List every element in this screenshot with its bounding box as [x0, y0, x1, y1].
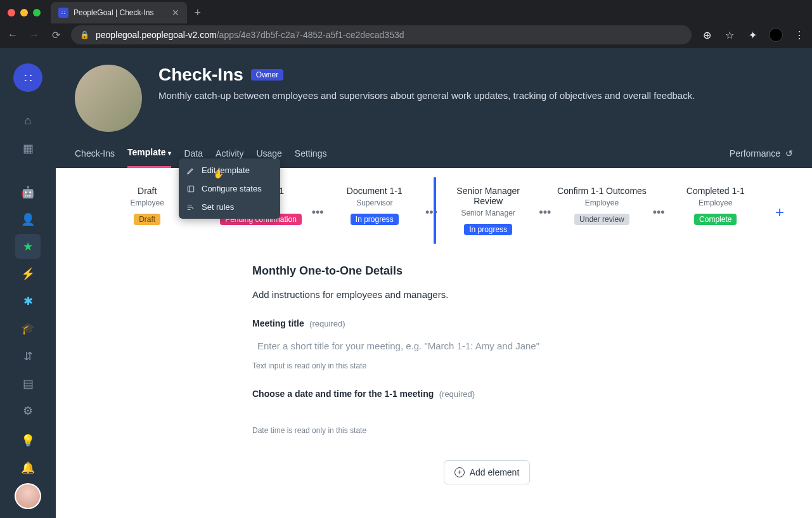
date-label: Choose a date and time for the 1-1 meeti…	[252, 389, 434, 399]
url-path: /apps/4e37db5f-c2a7-4852-a5f1-ce2decad35…	[217, 30, 404, 40]
tab-template[interactable]: Template▾	[127, 147, 171, 168]
state-card[interactable]: Confirm 1-1 OutcomesEmployeeUnder review	[555, 186, 648, 225]
tab-settings[interactable]: Settings	[295, 148, 327, 167]
sidebar-user-edit-icon[interactable]: 👤	[15, 207, 41, 231]
state-role: Supervisor	[356, 198, 392, 207]
state-status-badge: In progress	[351, 214, 399, 225]
address-bar[interactable]: 🔒 peoplegoal.peoplegoal-v2.com/apps/4e37…	[71, 25, 692, 44]
tab-title: PeopleGoal | Check-Ins	[74, 8, 154, 17]
browser-menu-icon[interactable]: ⋮	[793, 29, 806, 41]
form-instructions: Add instructions for employees and manag…	[252, 289, 721, 300]
sidebar-bolt-icon[interactable]: ⚡	[15, 261, 41, 286]
state-more-icon[interactable]: •••	[538, 206, 552, 219]
state-status-badge: Complete	[694, 214, 737, 225]
svg-rect-0	[188, 186, 193, 191]
edit-icon	[186, 166, 195, 175]
app-logo[interactable]: ∷	[13, 63, 42, 92]
state-role: Employee	[585, 198, 619, 207]
state-title: Completed 1-1	[686, 186, 745, 196]
breadcrumb-performance[interactable]: Performance	[730, 148, 780, 159]
sidebar-avatar[interactable]	[15, 483, 41, 509]
meeting-title-label: Meeting title	[252, 318, 304, 328]
dropdown-item-label: Edit template	[202, 165, 250, 175]
tab-bar: Check-Ins Template▾ Data Activity Usage …	[56, 134, 812, 168]
state-card[interactable]: Document 1-1SupervisorIn progress	[328, 186, 422, 225]
state-card[interactable]: Senior Manager ReviewSenior ManagerIn pr…	[441, 186, 535, 235]
state-card[interactable]: Completed 1-1EmployeeComplete	[669, 186, 763, 225]
window-controls[interactable]	[8, 9, 41, 16]
state-more-icon[interactable]: •••	[652, 206, 666, 219]
close-tab-icon[interactable]: ✕	[172, 8, 179, 18]
dropdown-set-rules[interactable]: Set rules	[179, 198, 280, 216]
dropdown-edit-template[interactable]: Edit template	[179, 161, 280, 179]
sidebar-star-icon[interactable]: ★	[15, 234, 41, 259]
sidebar-chart-icon[interactable]: ⇵	[15, 344, 41, 368]
required-label: (required)	[309, 319, 345, 328]
add-element-button[interactable]: + Add element	[444, 460, 530, 484]
reload-button[interactable]: ⟳	[49, 29, 62, 41]
add-element-label: Add element	[470, 467, 520, 477]
sidebar-robot-icon[interactable]: 🤖	[15, 179, 41, 204]
form-section-title: Monthly One-to-One Details	[252, 264, 721, 278]
minimize-window-icon[interactable]	[20, 9, 28, 16]
back-button[interactable]: ←	[6, 29, 19, 41]
state-role: Employee	[131, 198, 164, 207]
new-tab-button[interactable]: +	[195, 6, 202, 20]
forward-button[interactable]: →	[28, 29, 41, 41]
required-label: (required)	[439, 389, 475, 399]
template-dropdown: Edit template Configure states Set rules	[179, 159, 280, 219]
dropdown-item-label: Set rules	[202, 202, 234, 212]
extensions-icon[interactable]: ✦	[746, 29, 759, 41]
maximize-window-icon[interactable]	[33, 9, 41, 16]
page-subtitle: Monthly catch-up between employees and s…	[158, 90, 695, 101]
sidebar-dashboard-icon[interactable]: ▦	[15, 136, 41, 160]
sidebar-cap-icon[interactable]: 🎓	[15, 316, 41, 341]
sidebar: ∷ ⌂ ▦ 🤖 👤 ★ ⚡ ✱ 🎓 ⇵ ▤ ⚙ 💡 🔔	[0, 48, 56, 518]
sidebar-table-icon[interactable]: ▤	[15, 371, 41, 396]
sidebar-home-icon[interactable]: ⌂	[15, 108, 41, 133]
browser-profile-button[interactable]	[769, 28, 783, 42]
state-role: Employee	[699, 198, 732, 207]
owner-badge: Owner	[251, 69, 283, 81]
state-role: Senior Manager	[461, 209, 515, 217]
bookmark-icon[interactable]: ☆	[723, 29, 736, 41]
dropdown-item-label: Configure states	[202, 184, 262, 193]
lock-icon: 🔒	[80, 30, 89, 39]
sidebar-settings-icon[interactable]: ⚙	[15, 398, 41, 423]
state-more-icon[interactable]: •••	[424, 206, 439, 219]
chevron-down-icon: ▾	[168, 150, 171, 157]
page-title: Check-Ins	[158, 65, 243, 85]
browser-tab[interactable]: ∷ PeopleGoal | Check-Ins ✕	[51, 2, 187, 23]
tab-checkins[interactable]: Check-Ins	[75, 148, 115, 167]
zoom-icon[interactable]: ⊕	[700, 29, 713, 41]
state-status-badge: In progress	[464, 224, 512, 235]
configure-icon	[186, 185, 195, 193]
app-header-image	[75, 65, 142, 132]
close-window-icon[interactable]	[8, 9, 15, 16]
tab-template-label: Template	[127, 147, 165, 157]
date-hint: Date time is read only in this state	[252, 426, 721, 435]
sidebar-asterisk-icon[interactable]: ✱	[15, 289, 41, 314]
state-status-badge: Under review	[574, 214, 629, 225]
state-title: Confirm 1-1 Outcomes	[557, 186, 647, 196]
add-state-button[interactable]: +	[775, 204, 784, 221]
state-title: Document 1-1	[347, 186, 403, 196]
plus-circle-icon: +	[454, 467, 465, 477]
state-more-icon[interactable]: •••	[311, 206, 325, 219]
state-title: Senior Manager Review	[441, 186, 535, 206]
sidebar-bell-icon[interactable]: 🔔	[15, 456, 41, 481]
meeting-title-input[interactable]: Enter a short title for your meeting, e.…	[252, 335, 721, 356]
tab-favicon-icon: ∷	[58, 8, 68, 18]
state-title: Draft	[138, 186, 157, 196]
rules-icon	[186, 203, 195, 212]
state-status-badge: Draft	[134, 214, 160, 225]
url-host: peoplegoal.peoplegoal-v2.com	[96, 30, 217, 40]
sidebar-hint-icon[interactable]: 💡	[15, 428, 41, 453]
undo-icon[interactable]: ↺	[785, 148, 793, 159]
state-pipeline: DraftEmployeeDraft•••Confirm 1-1Supervis…	[56, 168, 812, 243]
meeting-title-hint: Text input is read only in this state	[252, 361, 721, 370]
dropdown-configure-states[interactable]: Configure states	[179, 179, 280, 198]
